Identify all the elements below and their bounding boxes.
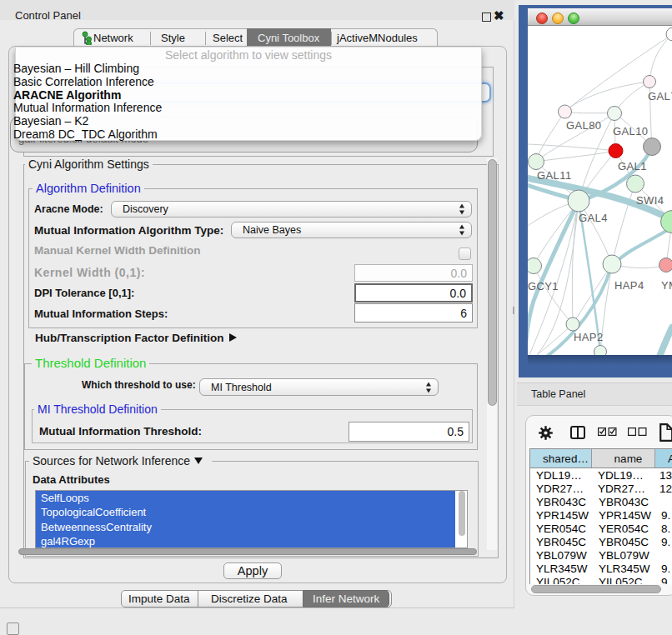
svg-text:GAL7: GAL7 bbox=[648, 90, 672, 102]
svg-text:HAP4: HAP4 bbox=[614, 279, 644, 292]
svg-text:HAP2: HAP2 bbox=[574, 331, 604, 343]
svg-text:GAL80: GAL80 bbox=[566, 119, 601, 132]
svg-text:GAL4: GAL4 bbox=[579, 212, 608, 224]
svg-text:YM: YM bbox=[661, 279, 672, 292]
svg-text:GAL1: GAL1 bbox=[618, 160, 647, 172]
svg-text:GAL11: GAL11 bbox=[537, 169, 572, 182]
svg-text:SWI4: SWI4 bbox=[636, 194, 664, 207]
svg-text:GCY1: GCY1 bbox=[528, 280, 559, 292]
svg-text:GAL10: GAL10 bbox=[613, 125, 648, 138]
